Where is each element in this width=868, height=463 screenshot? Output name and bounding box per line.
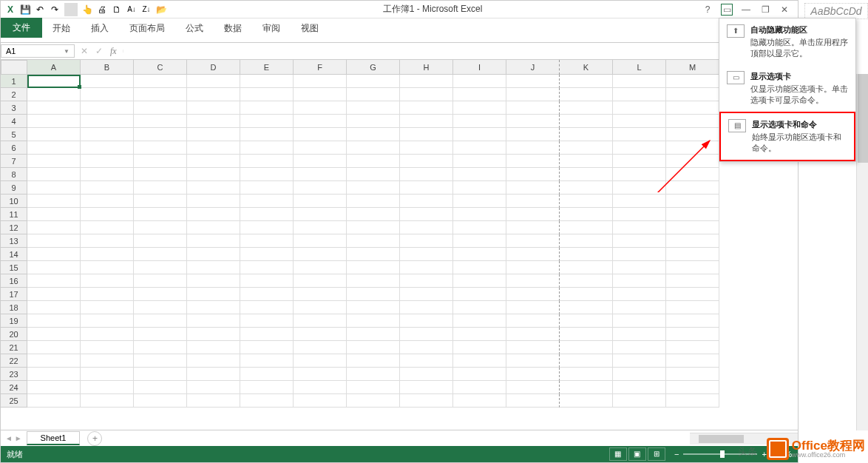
cell[interactable] [187, 101, 240, 115]
cell[interactable] [453, 261, 506, 274]
cell[interactable] [81, 181, 134, 195]
cell[interactable] [347, 141, 400, 155]
cell[interactable] [134, 168, 187, 181]
cell[interactable] [560, 221, 613, 234]
cell[interactable] [560, 368, 613, 381]
cell[interactable] [347, 341, 400, 354]
cell[interactable] [347, 288, 400, 301]
cell[interactable] [134, 88, 187, 101]
cell[interactable] [187, 208, 240, 221]
cell[interactable] [347, 381, 400, 394]
cell[interactable] [81, 394, 134, 408]
cell[interactable] [134, 155, 187, 168]
cell[interactable] [134, 368, 187, 381]
cell[interactable] [134, 314, 187, 328]
restore-button[interactable]: ❐ [759, 4, 771, 16]
cell[interactable] [453, 195, 506, 208]
cell[interactable] [134, 128, 187, 141]
cell[interactable] [666, 155, 719, 168]
cell[interactable] [613, 248, 666, 261]
cell[interactable] [506, 168, 560, 181]
cell[interactable] [613, 314, 666, 328]
cell[interactable] [187, 368, 240, 381]
cell[interactable] [134, 234, 187, 248]
cell[interactable] [27, 234, 81, 248]
cell[interactable] [240, 155, 294, 168]
cell[interactable] [81, 115, 134, 128]
cell[interactable] [294, 195, 347, 208]
cell[interactable] [560, 75, 613, 88]
row-header[interactable]: 4 [1, 115, 27, 128]
cell[interactable] [27, 328, 81, 341]
cell[interactable] [560, 261, 613, 274]
ribbon-display-options-button[interactable]: ▭ [721, 4, 733, 16]
column-header[interactable]: L [613, 60, 666, 75]
cell[interactable] [666, 381, 719, 394]
cell[interactable] [506, 274, 560, 288]
cell[interactable] [27, 341, 81, 354]
cell[interactable] [666, 168, 719, 181]
cell[interactable] [400, 75, 453, 88]
cell[interactable] [666, 128, 719, 141]
cell[interactable] [187, 181, 240, 195]
cell[interactable] [666, 181, 719, 195]
cell[interactable] [134, 208, 187, 221]
cell[interactable] [506, 354, 560, 368]
cell[interactable] [134, 274, 187, 288]
cell[interactable] [400, 141, 453, 155]
minimize-button[interactable]: — [740, 4, 752, 16]
cell[interactable] [453, 128, 506, 141]
cell[interactable] [81, 314, 134, 328]
cell[interactable] [506, 141, 560, 155]
cell[interactable] [27, 128, 81, 141]
row-header[interactable]: 14 [1, 248, 27, 261]
cell[interactable] [613, 115, 666, 128]
cell[interactable] [453, 368, 506, 381]
cell[interactable] [81, 195, 134, 208]
cell[interactable] [27, 248, 81, 261]
cell[interactable] [453, 75, 506, 88]
page-break-view-icon[interactable]: ⊞ [648, 447, 665, 461]
cell[interactable] [294, 208, 347, 221]
row-header[interactable]: 10 [1, 195, 27, 208]
cell[interactable] [187, 141, 240, 155]
cell[interactable] [560, 248, 613, 261]
cell[interactable] [560, 115, 613, 128]
cell[interactable] [240, 128, 294, 141]
cell[interactable] [27, 354, 81, 368]
cell[interactable] [27, 368, 81, 381]
cell[interactable] [240, 88, 294, 101]
cell[interactable] [347, 261, 400, 274]
cell[interactable] [294, 88, 347, 101]
cell[interactable] [134, 195, 187, 208]
cell[interactable] [347, 101, 400, 115]
tab-data[interactable]: 数据 [214, 19, 252, 38]
cell[interactable] [400, 368, 453, 381]
row-header[interactable]: 7 [1, 155, 27, 168]
cell[interactable] [134, 261, 187, 274]
cell[interactable] [187, 155, 240, 168]
cell[interactable] [453, 88, 506, 101]
cell[interactable] [666, 261, 719, 274]
normal-view-icon[interactable]: ▦ [609, 447, 627, 461]
cell[interactable] [27, 168, 81, 181]
cell[interactable] [560, 195, 613, 208]
cell[interactable] [560, 141, 613, 155]
cell[interactable] [666, 274, 719, 288]
cell[interactable] [81, 368, 134, 381]
redo-icon[interactable]: ↷ [48, 3, 61, 16]
cell[interactable] [453, 234, 506, 248]
cell[interactable] [400, 354, 453, 368]
scrollbar-thumb[interactable] [699, 435, 744, 443]
cell[interactable] [294, 128, 347, 141]
cell[interactable] [560, 288, 613, 301]
cell[interactable] [347, 221, 400, 234]
cell[interactable] [134, 115, 187, 128]
cell[interactable] [347, 168, 400, 181]
cell[interactable] [81, 328, 134, 341]
cell[interactable] [81, 248, 134, 261]
cell[interactable] [27, 301, 81, 314]
cell[interactable] [453, 101, 506, 115]
cell[interactable] [560, 128, 613, 141]
column-header[interactable]: K [560, 60, 613, 75]
